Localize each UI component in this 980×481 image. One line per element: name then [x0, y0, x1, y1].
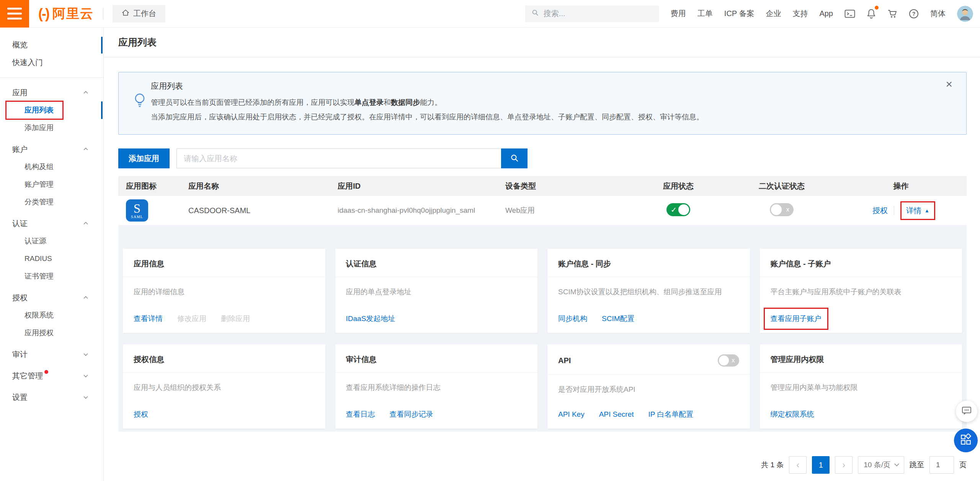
- notification-bell-icon[interactable]: [867, 8, 876, 19]
- alibaba-cloud-logo[interactable]: (-) 阿里云: [38, 5, 94, 23]
- chevron-up-icon: [83, 90, 89, 96]
- card-app-info: 应用信息 应用的详细信息 查看详情 修改应用 删除应用: [123, 249, 325, 333]
- global-search-input[interactable]: 搜索...: [525, 5, 659, 22]
- divider: [103, 8, 103, 20]
- sync-org-link[interactable]: 同步机构: [558, 314, 587, 324]
- col-header-device-type: 设备类型: [505, 181, 629, 191]
- table-row: S SAML CASDOOR-SAML idaas-cn-shanghai-pv…: [118, 196, 967, 225]
- current-page-button[interactable]: 1: [812, 456, 830, 474]
- divider: [894, 206, 894, 215]
- workspace-button[interactable]: 工作台: [113, 5, 165, 23]
- sidebar-item-app-list[interactable]: 应用列表: [0, 101, 103, 119]
- sidebar-group-settings[interactable]: 设置: [0, 388, 103, 406]
- sidebar-item-overview[interactable]: 概览: [0, 36, 103, 54]
- banner-line-1: 管理员可以在当前页面管理已经添加的所有应用，应用可以实现单点登录和数据同步能力。: [151, 95, 704, 110]
- sidebar-item-cert-mgmt[interactable]: 证书管理: [0, 267, 103, 285]
- card-title: 认证信息: [346, 259, 377, 269]
- nav-support[interactable]: 支持: [792, 8, 808, 19]
- sidebar-group-audit[interactable]: 审计: [0, 346, 103, 363]
- nav-enterprise[interactable]: 企业: [766, 8, 781, 19]
- sidebar-group-other-mgmt[interactable]: 其它管理: [0, 367, 103, 385]
- feedback-chat-button[interactable]: [956, 401, 977, 422]
- view-sub-accounts-link[interactable]: 查看应用子账户: [771, 315, 822, 323]
- total-count: 共 1 条: [761, 460, 784, 470]
- mfa-status-toggle[interactable]: x: [770, 203, 794, 216]
- sidebar-item-account-mgmt[interactable]: 账户管理: [0, 176, 103, 193]
- main-content: 应用列表 应用列表 管理员可以在当前页面管理已经添加的所有应用，应用可以实现单点…: [104, 28, 980, 481]
- app-search-input[interactable]: [176, 148, 501, 168]
- sidebar-group-applications[interactable]: 应用: [0, 84, 103, 101]
- notice-banner: 应用列表 管理员可以在当前页面管理已经添加的所有应用，应用可以实现单点登录和数据…: [118, 72, 967, 135]
- topbar: (-) 阿里云 工作台 搜索... 费用 工单 ICP 备案 企业 支持 App: [0, 0, 980, 28]
- sidebar-group-accounts[interactable]: 账户: [0, 140, 103, 158]
- search-button[interactable]: [501, 148, 528, 168]
- card-api: API x 是否对应用开放系统API API Key API Secret: [547, 344, 750, 429]
- nav-tickets[interactable]: 工单: [697, 8, 713, 19]
- user-avatar[interactable]: [957, 6, 973, 22]
- card-desc: 查看应用系统详细的操作日志: [346, 383, 527, 393]
- search-placeholder: 搜索...: [544, 8, 565, 19]
- app-status-toggle[interactable]: ✓: [666, 203, 690, 216]
- bind-permission-system-link[interactable]: 绑定权限系统: [771, 409, 814, 419]
- ip-whitelist-link[interactable]: IP 白名单配置: [648, 409, 693, 419]
- page-size-select[interactable]: 10 条/页: [858, 456, 904, 474]
- apps-grid-button[interactable]: [954, 429, 978, 452]
- saml-app-icon: S SAML: [126, 199, 148, 222]
- help-icon[interactable]: ?: [909, 9, 919, 19]
- jump-suffix: 页: [959, 460, 967, 470]
- terminal-icon[interactable]: [844, 9, 855, 18]
- close-icon[interactable]: ×: [946, 78, 952, 90]
- prev-page-button[interactable]: ‹: [789, 456, 807, 474]
- sidebar-item-add-app[interactable]: 添加应用: [0, 119, 103, 137]
- cart-icon[interactable]: [887, 9, 897, 18]
- jump-page-input[interactable]: [929, 456, 954, 474]
- card-title: API: [558, 356, 571, 365]
- add-app-button[interactable]: 添加应用: [118, 148, 170, 168]
- card-title: 账户信息 - 同步: [558, 259, 611, 269]
- sidebar-item-permission-system[interactable]: 权限系统: [0, 307, 103, 324]
- topbar-right: 搜索... 费用 工单 ICP 备案 企业 支持 App ? 简体: [525, 5, 980, 22]
- speech-bubble-icon: [961, 405, 972, 418]
- app-table: 应用图标 应用名称 应用ID 设备类型 应用状态 二次认证状态 操作 S SAM…: [118, 176, 967, 432]
- hamburger-menu-icon[interactable]: [0, 0, 29, 28]
- sidebar-item-quick-start[interactable]: 快速入门: [0, 54, 103, 71]
- sidebar: 概览 快速入门 应用 应用列表 添加应用 账户 机构及组 账户管理 分类管理 认…: [0, 28, 104, 481]
- sidebar-item-radius[interactable]: RADIUS: [0, 250, 103, 267]
- details-link[interactable]: 详情: [906, 205, 921, 216]
- sidebar-group-authorization[interactable]: 授权: [0, 289, 103, 307]
- view-logs-link[interactable]: 查看日志: [346, 409, 375, 419]
- nav-icp[interactable]: ICP 备案: [724, 8, 755, 19]
- sidebar-group-authentication[interactable]: 认证: [0, 215, 103, 232]
- sidebar-item-auth-source[interactable]: 认证源: [0, 232, 103, 250]
- card-title: 授权信息: [134, 354, 164, 365]
- search-icon: [510, 153, 519, 164]
- banner-title: 应用列表: [151, 81, 704, 91]
- view-sync-records-link[interactable]: 查看同步记录: [390, 409, 433, 419]
- col-header-app-id: 应用ID: [338, 181, 505, 191]
- col-header-status: 应用状态: [629, 181, 728, 191]
- authorize-card-link[interactable]: 授权: [134, 409, 148, 419]
- view-details-link[interactable]: 查看详情: [134, 314, 163, 324]
- nav-app[interactable]: App: [819, 9, 833, 18]
- page-title: 应用列表: [118, 36, 157, 49]
- api-secret-link[interactable]: API Secret: [599, 410, 634, 419]
- nav-billing[interactable]: 费用: [671, 8, 686, 19]
- sidebar-item-category-mgmt[interactable]: 分类管理: [0, 193, 103, 211]
- api-toggle[interactable]: x: [718, 354, 739, 367]
- col-header-name: 应用名称: [188, 181, 338, 191]
- card-desc: 是否对应用开放系统API: [558, 385, 739, 395]
- sidebar-item-org-groups[interactable]: 机构及组: [0, 158, 103, 176]
- app-name: CASDOOR-SAML: [188, 206, 338, 215]
- authorize-link[interactable]: 授权: [872, 205, 888, 216]
- language-switch[interactable]: 简体: [930, 8, 946, 19]
- card-desc: 管理应用内菜单与功能权限: [771, 383, 952, 393]
- next-page-button[interactable]: ›: [835, 456, 853, 474]
- sidebar-item-app-authorization[interactable]: 应用授权: [0, 324, 103, 342]
- idaas-sso-url-link[interactable]: IDaaS发起地址: [346, 314, 395, 324]
- api-key-link[interactable]: API Key: [558, 410, 585, 419]
- home-icon: [122, 9, 129, 18]
- scim-config-link[interactable]: SCIM配置: [602, 314, 635, 324]
- app-detail-panel: 应用信息 应用的详细信息 查看详情 修改应用 删除应用 认证信息: [118, 225, 967, 432]
- toolbar: 添加应用: [118, 148, 967, 168]
- col-header-icon: 应用图标: [118, 181, 188, 191]
